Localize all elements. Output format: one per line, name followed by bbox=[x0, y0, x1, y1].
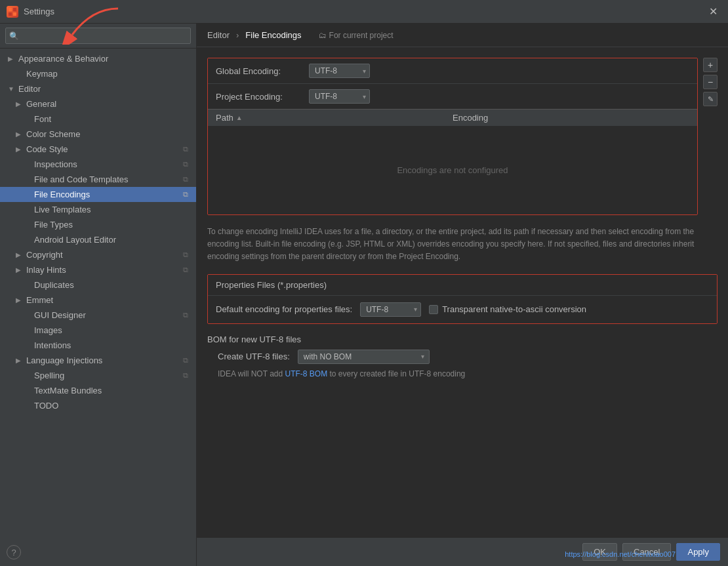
sort-icon: ▲ bbox=[236, 114, 243, 121]
remove-path-button[interactable]: − bbox=[703, 75, 718, 89]
sidebar-item-label-file-types: File Types bbox=[34, 220, 73, 230]
copy-icon-code-style: ⧉ bbox=[183, 145, 188, 153]
bom-create-select[interactable]: with NO BOM with BOM with BOM if encodin… bbox=[298, 350, 430, 364]
sidebar-item-keymap[interactable]: Keymap bbox=[0, 66, 196, 81]
transparent-conversion-checkbox-item[interactable]: Transparent native-to-ascii conversion bbox=[429, 304, 586, 314]
sidebar-item-inspections[interactable]: Inspections ⧉ bbox=[0, 157, 196, 172]
sidebar-item-label-editor: Editor bbox=[18, 84, 41, 94]
properties-section-header: Properties Files (*.properties) bbox=[208, 275, 717, 295]
sidebar-item-spelling[interactable]: Spelling ⧉ bbox=[0, 368, 196, 383]
sidebar-item-label-inlay-hints: Inlay Hints bbox=[26, 265, 66, 275]
sidebar-item-label-code-style: Code Style bbox=[26, 144, 68, 154]
encoding-section-wrapper: Global Encoding: UTF-8 UTF-16 ISO-8859-1 bbox=[207, 58, 718, 215]
properties-encoding-row: Default encoding for properties files: U… bbox=[208, 295, 717, 323]
sidebar-item-editor[interactable]: ▼ Editor bbox=[0, 81, 196, 96]
help-button[interactable]: ? bbox=[7, 545, 21, 559]
global-encoding-row: Global Encoding: UTF-8 UTF-16 ISO-8859-1 bbox=[208, 58, 697, 83]
sidebar-item-android-layout-editor[interactable]: Android Layout Editor bbox=[0, 232, 196, 247]
url-watermark: https://blog.csdn.net/chenlixiao007 bbox=[565, 550, 676, 558]
sidebar-item-copyright[interactable]: ▶ Copyright ⧉ bbox=[0, 247, 196, 262]
sidebar-item-duplicates[interactable]: Duplicates bbox=[0, 277, 196, 293]
close-button[interactable]: ✕ bbox=[705, 4, 721, 19]
sidebar-item-label-todo: TODO bbox=[34, 401, 58, 411]
copy-icon-gui-designer: ⧉ bbox=[183, 311, 188, 319]
sidebar-item-todo[interactable]: TODO bbox=[0, 398, 196, 413]
sidebar-item-textmate[interactable]: TextMate Bundles bbox=[0, 383, 196, 398]
sidebar-item-emmet[interactable]: ▶ Emmet bbox=[0, 293, 196, 308]
app-icon bbox=[7, 6, 18, 18]
window-title: Settings bbox=[24, 7, 54, 16]
sidebar-item-label-general: General bbox=[26, 99, 56, 109]
table-side-buttons: + − ✎ bbox=[703, 58, 718, 215]
global-encoding-label: Global Encoding: bbox=[216, 66, 301, 76]
sidebar-item-gui-designer[interactable]: GUI Designer ⧉ bbox=[0, 308, 196, 323]
sidebar-item-label-file-code-templates: File and Code Templates bbox=[34, 174, 129, 184]
expand-icon-appearance: ▶ bbox=[8, 55, 16, 62]
bom-info-text: IDEA will NOT add UTF-8 BOM to every cre… bbox=[207, 369, 718, 378]
expand-icon-inlay-hints: ▶ bbox=[16, 266, 24, 273]
breadcrumb-parent[interactable]: Editor bbox=[207, 30, 230, 40]
sidebar-item-label-live-templates: Live Templates bbox=[34, 205, 91, 214]
copy-icon-spelling: ⧉ bbox=[183, 371, 188, 380]
sidebar-item-intentions[interactable]: Intentions bbox=[0, 338, 196, 353]
sidebar-item-label-appearance: Appearance & Behavior bbox=[18, 54, 108, 64]
sidebar-item-language-injections[interactable]: ▶ Language Injections ⧉ bbox=[0, 353, 196, 368]
add-path-button[interactable]: + bbox=[703, 58, 718, 72]
search-input[interactable] bbox=[5, 28, 191, 44]
properties-encoding-label: Default encoding for properties files: bbox=[216, 304, 352, 314]
sidebar-item-label-images: Images bbox=[34, 325, 62, 335]
sidebar-tree: ▶ Appearance & Behavior Keymap ▼ Editor … bbox=[0, 49, 196, 566]
transparent-conversion-label: Transparent native-to-ascii conversion bbox=[442, 304, 586, 314]
sidebar-item-inlay-hints[interactable]: ▶ Inlay Hints ⧉ bbox=[0, 262, 196, 277]
sidebar-item-code-style[interactable]: ▶ Code Style ⧉ bbox=[0, 142, 196, 157]
bom-row: Create UTF-8 files: with NO BOM with BOM… bbox=[207, 350, 718, 364]
sidebar-item-label-lang-inject: Language Injections bbox=[26, 355, 102, 365]
copy-icon-file-encodings: ⧉ bbox=[183, 190, 188, 199]
bom-title: BOM for new UTF-8 files bbox=[207, 334, 718, 344]
sidebar-item-images[interactable]: Images bbox=[0, 323, 196, 338]
sidebar-item-label-spelling: Spelling bbox=[34, 371, 64, 380]
expand-icon-general: ▶ bbox=[16, 100, 24, 108]
edit-path-button[interactable]: ✎ bbox=[703, 92, 718, 106]
svg-rect-1 bbox=[13, 8, 16, 11]
global-encoding-select-wrapper: UTF-8 UTF-16 ISO-8859-1 bbox=[309, 64, 370, 78]
properties-encoding-select[interactable]: UTF-8 UTF-16 ISO-8859-1 bbox=[360, 302, 421, 317]
encoding-header-label: Encoding bbox=[453, 113, 689, 123]
properties-section: Properties Files (*.properties) Default … bbox=[207, 274, 718, 324]
sidebar-item-label-android: Android Layout Editor bbox=[34, 235, 116, 245]
sidebar-item-appearance[interactable]: ▶ Appearance & Behavior bbox=[0, 51, 196, 66]
breadcrumb-separator: › bbox=[236, 30, 239, 40]
bom-create-label: Create UTF-8 files: bbox=[218, 352, 290, 361]
sidebar-item-label-file-encodings: File Encodings bbox=[34, 190, 90, 199]
breadcrumb-current: File Encodings bbox=[245, 30, 301, 40]
project-encoding-row: Project Encoding: UTF-8 UTF-16 ISO-8859-… bbox=[208, 83, 697, 109]
sidebar: 🔍 ▶ Appearance & Behavior Keymap ▼ bbox=[0, 24, 197, 566]
global-encoding-select[interactable]: UTF-8 UTF-16 ISO-8859-1 bbox=[309, 64, 370, 78]
svg-rect-0 bbox=[9, 8, 12, 11]
sidebar-item-live-templates[interactable]: Live Templates bbox=[0, 202, 196, 217]
project-encoding-select[interactable]: UTF-8 UTF-16 ISO-8859-1 bbox=[309, 89, 370, 104]
sidebar-item-file-types[interactable]: File Types bbox=[0, 217, 196, 232]
project-encoding-label: Project Encoding: bbox=[216, 92, 301, 102]
copy-icon-file-code-templates: ⧉ bbox=[183, 175, 188, 184]
sidebar-item-label-gui-designer: GUI Designer bbox=[34, 310, 86, 320]
sidebar-item-color-scheme[interactable]: ▶ Color Scheme bbox=[0, 127, 196, 142]
sidebar-item-label-inspections: Inspections bbox=[34, 159, 77, 169]
sidebar-item-label-font: Font bbox=[34, 114, 51, 124]
sidebar-item-file-encodings[interactable]: File Encodings ⧉ bbox=[0, 187, 196, 202]
content-body: Global Encoding: UTF-8 UTF-16 ISO-8859-1 bbox=[197, 47, 728, 537]
sidebar-item-file-code-templates[interactable]: File and Code Templates ⧉ bbox=[0, 172, 196, 187]
for-current-project: 🗂 For current project bbox=[319, 31, 394, 40]
transparent-conversion-checkbox[interactable] bbox=[429, 305, 438, 314]
encoding-table-section: Global Encoding: UTF-8 UTF-16 ISO-8859-1 bbox=[207, 58, 698, 215]
bom-section: BOM for new UTF-8 files Create UTF-8 fil… bbox=[207, 334, 718, 378]
sidebar-item-general[interactable]: ▶ General bbox=[0, 96, 196, 111]
bom-highlight: UTF-8 BOM bbox=[285, 369, 327, 378]
apply-button[interactable]: Apply bbox=[676, 543, 720, 561]
copy-icon-copyright: ⧉ bbox=[183, 251, 188, 259]
search-icon: 🔍 bbox=[9, 31, 19, 41]
expand-icon-emmet: ▶ bbox=[16, 296, 24, 304]
copy-icon-inlay-hints: ⧉ bbox=[183, 266, 188, 274]
sidebar-item-font[interactable]: Font bbox=[0, 111, 196, 127]
sidebar-item-label-intentions: Intentions bbox=[34, 340, 71, 350]
